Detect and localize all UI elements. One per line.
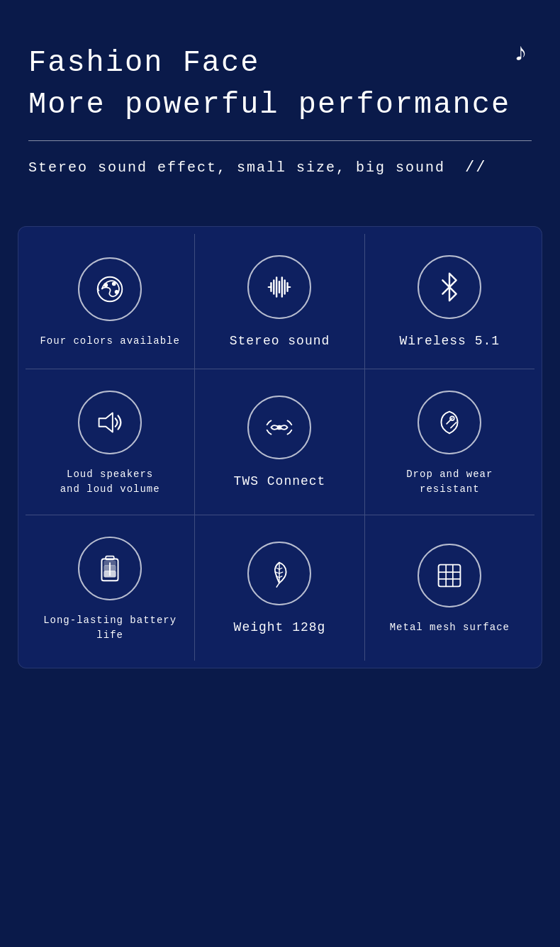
tws-icon-circle — [247, 396, 311, 459]
music-icon: ♪ — [513, 39, 528, 68]
svg-rect-24 — [104, 561, 115, 565]
waveform-icon-circle — [247, 255, 311, 319]
svg-point-1 — [104, 284, 107, 286]
feather-icon — [262, 556, 297, 591]
weight-label: Weight 128g — [234, 618, 326, 637]
grid-cell-tws-connect: TWS Connect — [195, 369, 364, 515]
svg-point-3 — [116, 291, 118, 293]
grid-cell-weight: Weight 128g — [195, 515, 364, 661]
hero-divider — [28, 140, 532, 141]
battery-icon — [92, 551, 128, 586]
grid-cell-wireless: Wireless 5.1 — [365, 234, 534, 369]
feature-grid: Four colors available Stereo sound — [26, 234, 534, 661]
grid-cell-battery: Long-lasting battery life — [26, 515, 195, 661]
speaker-icon — [92, 405, 128, 440]
svg-rect-25 — [439, 565, 461, 587]
grid-cell-four-colors: Four colors available — [26, 234, 195, 369]
hero-subtitle: Stereo sound effect, small size, big sou… — [28, 159, 532, 176]
stereo-sound-label: Stereo sound — [230, 332, 330, 351]
bluetooth-icon-circle — [418, 255, 481, 319]
svg-rect-17 — [106, 556, 114, 559]
palette-icon-circle — [78, 257, 142, 321]
grid-cell-metal-mesh: Metal mesh surface — [365, 515, 534, 661]
bluetooth-icon — [432, 269, 467, 305]
waveform-icon — [262, 269, 297, 305]
four-colors-label: Four colors available — [40, 334, 179, 349]
feather-icon-circle — [247, 542, 311, 605]
svg-rect-23 — [104, 566, 115, 571]
tws-icon — [262, 410, 297, 445]
shield-icon-circle — [418, 391, 481, 454]
palette-icon — [92, 271, 128, 307]
loud-speakers-label: Loud speakersand loud volume — [60, 467, 160, 497]
tws-connect-label: TWS Connect — [234, 472, 326, 491]
metal-mesh-label: Metal mesh surface — [390, 620, 510, 635]
hero-title: Fashion Face More powerful performance — [28, 43, 532, 126]
svg-marker-13 — [99, 413, 113, 432]
svg-point-2 — [113, 282, 116, 285]
grid-icon-circle — [418, 544, 481, 607]
grid-cell-drop-resistant: Drop and wear resistant — [365, 369, 534, 515]
drop-resistant-label: Drop and wear resistant — [376, 467, 524, 497]
svg-rect-22 — [104, 571, 115, 576]
svg-point-14 — [278, 426, 281, 430]
grid-cell-stereo-sound: Stereo sound — [195, 234, 364, 369]
wireless-label: Wireless 5.1 — [400, 332, 500, 351]
feature-grid-container: Four colors available Stereo sound — [18, 226, 542, 668]
speaker-icon-circle — [78, 391, 142, 454]
grid-icon — [432, 558, 467, 593]
double-slash: // — [465, 159, 486, 176]
battery-icon-circle — [78, 537, 142, 600]
hero-section: ♪ Fashion Face More powerful performance… — [0, 0, 560, 205]
grid-cell-loud-speakers: Loud speakersand loud volume — [26, 369, 195, 515]
shield-icon — [432, 405, 467, 440]
battery-label: Long-lasting battery life — [36, 613, 184, 643]
